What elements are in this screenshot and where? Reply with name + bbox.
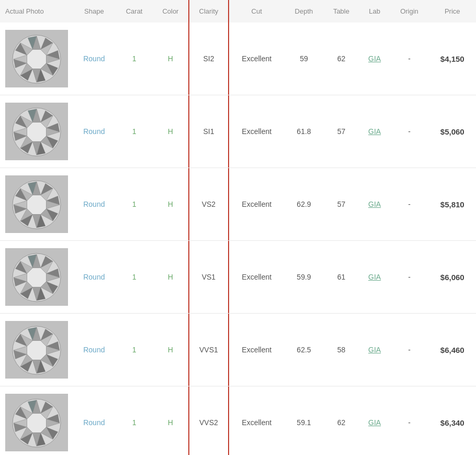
color-cell: H [153,23,189,95]
carat-cell: 1 [116,95,153,168]
price-cell: $5,060 [429,95,477,168]
table-cell: 57 [323,168,359,241]
table-header-row: Actual Photo Shape Carat Color Clarity C… [0,0,476,23]
shape-cell: Round [72,168,116,241]
depth-cell: 62.5 [285,314,323,386]
price-cell: $4,150 [429,23,477,95]
depth-cell: 59.1 [285,386,323,456]
table-row: Round1HVVS1Excellent62.558GIA-$6,460 [0,314,476,386]
table-row: Round1HSI1Excellent61.857GIA-$5,060 [0,95,476,168]
cut-cell: Excellent [229,23,285,95]
origin-cell: - [390,241,428,314]
color-cell: H [153,95,189,168]
depth-cell: 62.9 [285,168,323,241]
price-cell: $6,460 [429,314,477,386]
clarity-border [188,241,229,313]
color-cell: H [153,386,189,456]
carat-cell: 1 [116,241,153,314]
origin-cell: - [390,168,428,241]
clarity-cell: VS2 [188,168,229,241]
cut-cell: Excellent [229,241,285,314]
color-cell: H [153,168,189,241]
lab-cell[interactable]: GIA [359,23,390,95]
diamond-image [5,103,68,160]
lab-cell[interactable]: GIA [359,314,390,386]
header-price: Price [429,0,477,23]
diamond-image [5,248,68,306]
price-cell: $6,060 [429,241,477,314]
lab-cell[interactable]: GIA [359,95,390,168]
clarity-cell: VVS2 [188,386,229,456]
clarity-border [188,168,229,240]
origin-cell: - [390,386,428,456]
header-table: Table [323,0,359,23]
photo-cell [0,95,72,168]
table-cell: 62 [323,23,359,95]
price-cell: $6,340 [429,386,477,456]
clarity-cell: SI1 [188,95,229,168]
photo-cell [0,314,72,386]
shape-cell: Round [72,23,116,95]
table-row: Round1HVS2Excellent62.957GIA-$5,810 [0,168,476,241]
shape-cell: Round [72,314,116,386]
clarity-cell: VS1 [188,241,229,314]
header-origin: Origin [390,0,428,23]
carat-cell: 1 [116,23,153,95]
shape-cell: Round [72,95,116,168]
table-cell: 57 [323,95,359,168]
photo-cell [0,241,72,314]
diamond-image [5,394,68,451]
diamond-image [5,30,68,87]
carat-cell: 1 [116,168,153,241]
table-row: Round1HSI2Excellent5962GIA-$4,150 [0,23,476,95]
clarity-cell: VVS1 [188,314,229,386]
origin-cell: - [390,95,428,168]
color-cell: H [153,314,189,386]
depth-cell: 59.9 [285,241,323,314]
clarity-border [188,386,229,455]
carat-cell: 1 [116,386,153,456]
photo-cell [0,168,72,241]
clarity-border [188,95,229,168]
header-clarity: Clarity [188,0,229,23]
shape-cell: Round [72,241,116,314]
photo-cell [0,386,72,456]
diamond-image [5,175,68,233]
photo-cell [0,23,72,95]
shape-cell: Round [72,386,116,456]
table-row: Round1HVVS2Excellent59.162GIA-$6,340 [0,386,476,456]
cut-cell: Excellent [229,168,285,241]
table-cell: 61 [323,241,359,314]
depth-cell: 61.8 [285,95,323,168]
lab-cell[interactable]: GIA [359,386,390,456]
clarity-border [188,23,229,95]
header-carat: Carat [116,0,153,23]
cut-cell: Excellent [229,314,285,386]
diamond-image [5,321,68,379]
diamond-table: Actual Photo Shape Carat Color Clarity C… [0,0,476,455]
header-depth: Depth [285,0,323,23]
lab-cell[interactable]: GIA [359,168,390,241]
header-color: Color [153,0,189,23]
color-cell: H [153,241,189,314]
price-cell: $5,810 [429,168,477,241]
depth-cell: 59 [285,23,323,95]
table-cell: 62 [323,386,359,456]
origin-cell: - [390,23,428,95]
header-actual-photo: Actual Photo [0,0,72,23]
clarity-border [188,314,229,386]
carat-cell: 1 [116,314,153,386]
clarity-cell: SI2 [188,23,229,95]
header-shape: Shape [72,0,116,23]
header-lab: Lab [359,0,390,23]
cut-cell: Excellent [229,386,285,456]
table-cell: 58 [323,314,359,386]
table-row: Round1HVS1Excellent59.961GIA-$6,060 [0,241,476,314]
cut-cell: Excellent [229,95,285,168]
lab-cell[interactable]: GIA [359,241,390,314]
origin-cell: - [390,314,428,386]
header-cut: Cut [229,0,285,23]
